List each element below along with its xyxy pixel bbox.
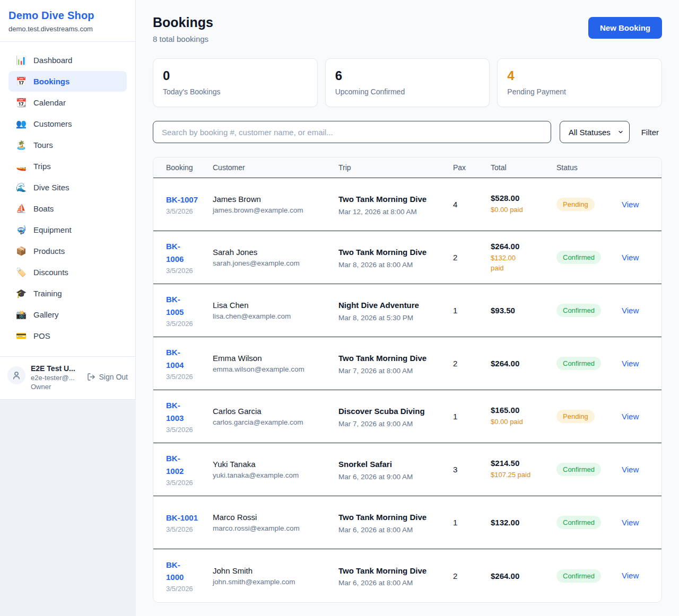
customer-name: John Smith [213, 566, 333, 575]
status-badge: Confirmed [556, 516, 601, 529]
stat-label: Pending Payment [507, 87, 652, 96]
sidebar-item-label: Discounts [33, 268, 68, 277]
sidebar-item-discounts[interactable]: 🏷️ Discounts [8, 262, 127, 283]
sidebar-item-label: POS [33, 331, 50, 340]
filter-button[interactable]: Filter [638, 124, 662, 141]
customer-name: Marco Rossi [213, 513, 333, 522]
logout-icon [87, 373, 95, 381]
sidebar-item-label: Tours [33, 140, 53, 149]
booking-id-link[interactable]: BK- 1003 [166, 399, 184, 424]
wave-icon: 🌊 [16, 182, 27, 192]
sidebar-item-label: Trips [33, 162, 51, 171]
status-badge: Pending [556, 198, 595, 211]
sidebar-item-gallery[interactable]: 📸 Gallery [8, 304, 127, 325]
sidebar-item-dashboard[interactable]: 📊 Dashboard [8, 50, 127, 71]
status-badge: Confirmed [556, 251, 601, 264]
status-filter-select[interactable]: All Statuses [560, 121, 630, 143]
booking-id-link[interactable]: BK- 1004 [166, 346, 184, 371]
paid-amount: $0.00 paid [491, 417, 533, 427]
calendar-icon: 📅 [16, 76, 27, 86]
people-icon: 👥 [16, 119, 27, 129]
total-amount: $93.50 [491, 306, 551, 315]
view-link[interactable]: View [622, 306, 639, 315]
booking-id-link[interactable]: BK- 1000 [166, 559, 184, 584]
booking-id-link[interactable]: BK-1007 [166, 193, 198, 206]
view-link[interactable]: View [622, 253, 639, 262]
view-link[interactable]: View [622, 571, 639, 580]
pax-count: 2 [453, 244, 491, 270]
booking-id-link[interactable]: BK- 1005 [166, 293, 184, 318]
user-email: e2e-tester@... [31, 374, 82, 382]
booking-id-link[interactable]: BK- 1002 [166, 452, 184, 477]
sidebar-item-equipment[interactable]: 🤿 Equipment [8, 219, 127, 240]
app-root: Demo Dive Shop demo.test.divestreams.com… [0, 0, 679, 616]
view-link[interactable]: View [622, 412, 639, 421]
sidebar-item-pos[interactable]: 💳 POS [8, 325, 127, 346]
total-bookings-count: 8 total bookings [153, 34, 213, 43]
stat-value: 0 [163, 68, 308, 83]
trip-datetime: Mar 6, 2026 at 9:00 AM [338, 473, 448, 481]
sidebar-item-calendar[interactable]: 📆 Calendar [8, 92, 127, 113]
customer-email: emma.wilson@example.com [213, 365, 333, 373]
sidebar-item-dive-sites[interactable]: 🌊 Dive Sites [8, 177, 127, 198]
trip-datetime: Mar 6, 2026 at 8:00 AM [338, 579, 448, 587]
total-amount: $165.00 [491, 406, 551, 415]
paid-amount: $132.00 paid [491, 253, 533, 274]
sidebar-item-bookings[interactable]: 📅 Bookings [8, 71, 127, 92]
booking-id-link[interactable]: BK- 1006 [166, 240, 184, 265]
filter-row: All Statuses Filter [153, 121, 662, 143]
trip-name: Two Tank Morning Dive [338, 511, 428, 523]
total-amount: $132.00 [491, 518, 551, 527]
stat-card-pending-payment: 4 Pending Payment [497, 58, 662, 107]
column-header-status: Status [556, 157, 622, 178]
trip-datetime: Mar 12, 2026 at 8:00 AM [338, 208, 448, 216]
table-row: BK- 1000 3/5/2026 John Smith john.smith@… [153, 549, 661, 602]
total-amount: $264.00 [491, 571, 551, 580]
customer-name: Lisa Chen [213, 301, 333, 310]
column-header-pax: Pax [453, 157, 491, 178]
avatar [7, 366, 25, 384]
trip-name: Two Tank Morning Dive [338, 246, 428, 258]
new-booking-button[interactable]: New Booking [588, 17, 662, 39]
view-link[interactable]: View [622, 359, 639, 368]
sign-out-label: Sign Out [99, 373, 128, 381]
stat-card-upcoming-confirmed: 6 Upcoming Confirmed [325, 58, 490, 107]
status-badge: Confirmed [556, 569, 601, 583]
column-header-total: Total [491, 157, 556, 178]
graduation-cap-icon: 🎓 [16, 288, 27, 298]
customer-email: sarah.jones@example.com [213, 259, 333, 267]
view-link[interactable]: View [622, 465, 639, 474]
bookings-table: Booking Customer Trip Pax Total Status B… [153, 157, 662, 603]
booking-date: 3/5/2026 [166, 479, 207, 487]
shop-domain: demo.test.divestreams.com [8, 25, 127, 33]
sidebar-item-trips[interactable]: 🚤 Trips [8, 156, 127, 177]
table-header-row: Booking Customer Trip Pax Total Status [153, 157, 661, 178]
status-badge: Pending [556, 410, 595, 423]
shop-name: Demo Dive Shop [8, 10, 127, 22]
sidebar-item-products[interactable]: 📦 Products [8, 241, 127, 261]
customer-name: Yuki Tanaka [213, 460, 333, 469]
sidebar-item-customers[interactable]: 👥 Customers [8, 113, 127, 134]
customer-email: james.brown@example.com [213, 206, 333, 214]
search-input[interactable] [153, 121, 551, 143]
customer-name: Carlos Garcia [213, 407, 333, 416]
tear-off-calendar-icon: 📆 [16, 98, 27, 108]
table-row: BK- 1002 3/5/2026 Yuki Tanaka yuki.tanak… [153, 443, 661, 496]
sidebar-item-tours[interactable]: 🏝️ Tours [8, 135, 127, 155]
customer-name: Emma Wilson [213, 354, 333, 363]
status-badge: Confirmed [556, 304, 601, 317]
customer-email: john.smith@example.com [213, 578, 333, 586]
trip-datetime: Mar 8, 2026 at 5:30 PM [338, 314, 448, 322]
view-link[interactable]: View [622, 200, 639, 209]
sidebar-item-label: Dive Sites [33, 183, 69, 192]
table-row: BK- 1004 3/5/2026 Emma Wilson emma.wilso… [153, 337, 661, 390]
view-link[interactable]: View [622, 518, 639, 527]
column-header-customer: Customer [213, 157, 338, 178]
sidebar-item-boats[interactable]: ⛵ Boats [8, 198, 127, 219]
booking-date: 3/5/2026 [166, 267, 207, 275]
column-header-booking: Booking [153, 157, 213, 178]
sidebar-item-training[interactable]: 🎓 Training [8, 283, 127, 304]
booking-date: 3/5/2026 [166, 525, 207, 533]
booking-id-link[interactable]: BK-1001 [166, 512, 198, 524]
sign-out-button[interactable]: Sign Out [87, 373, 128, 381]
